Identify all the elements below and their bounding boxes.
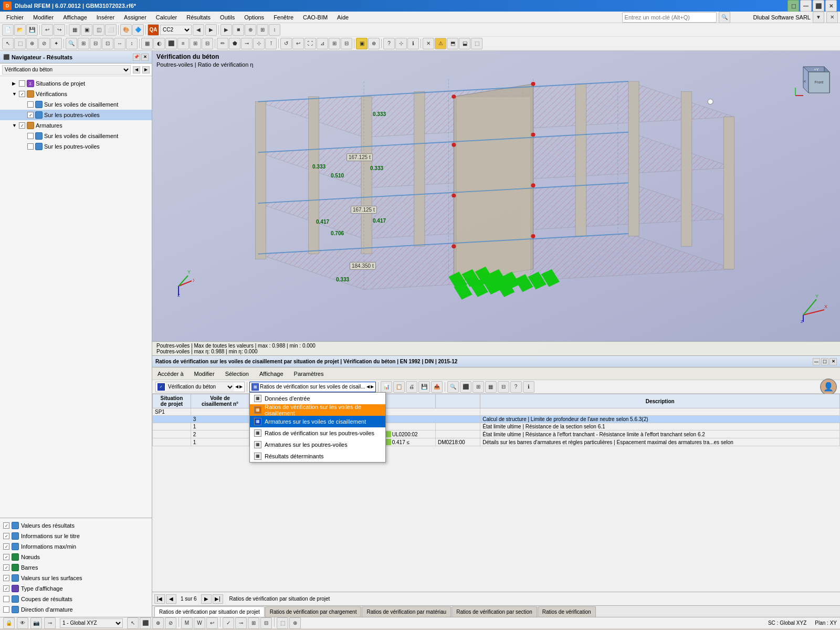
check-noeuds[interactable]: Nœuds [0,552,152,562]
cc-next[interactable]: ▶ [205,24,217,36]
tree-checkbox-ver[interactable] [19,91,25,97]
zoom-btn-4[interactable]: ⊡ [102,38,113,49]
new-btn[interactable]: 📄 [2,24,14,36]
extra-btn-4[interactable]: ⊿ [317,38,328,49]
open-btn[interactable]: 📂 [14,24,26,36]
results-dropdown-next[interactable]: ▶ [371,384,374,389]
menu-fenetre[interactable]: Fenêtre [269,13,298,22]
nav-next-page[interactable]: ▶ [201,594,212,604]
checkbox-noeuds[interactable] [3,554,9,560]
tab-3[interactable]: Ratios de vérification par matériau [362,606,451,617]
misc-btn-1[interactable]: ⬒ [447,38,458,49]
nav-prev-page[interactable]: ◀ [166,594,176,604]
panel-close-btn[interactable]: ✕ [141,54,149,61]
checkbox-valeurs[interactable] [3,522,9,529]
bt-icon-10[interactable]: ⊟ [498,381,509,393]
menu-fichier[interactable]: Fichier [2,13,28,22]
view3d-btn-4[interactable]: ≡ [177,38,189,49]
tree-item-armatures[interactable]: ▼ Armatures [0,120,152,131]
zoom-btn-3[interactable]: ⊟ [90,38,101,49]
nav-btn-b[interactable]: ◾ [233,24,244,36]
view3d-btn-5[interactable]: ⊞ [190,38,201,49]
module-dropdown[interactable]: Vérification du béton [166,383,234,391]
menu-assigner[interactable]: Assigner [120,13,151,22]
tree-item-arm-poutres[interactable]: Sur les poutres-voiles [0,141,152,152]
search-button[interactable]: 🔍 [719,12,730,23]
panel-pin-btn[interactable]: 📌 [133,54,140,61]
panel-min-btn[interactable]: — [813,358,820,365]
view3d-btn-3[interactable]: ⬛ [165,38,177,49]
warn-btn[interactable]: ⚠ [435,38,446,49]
extra-btn-3[interactable]: ⛶ [304,38,316,49]
checkbox-barres[interactable] [3,564,9,571]
bt-icon-4[interactable]: 💾 [418,381,430,393]
check-infos-titre[interactable]: Informations sur le titre [0,531,152,541]
st-btn-12[interactable]: ⬚ [277,617,288,629]
menu-outils[interactable]: Outils [216,13,239,22]
tool-btn-1[interactable]: ✏ [217,38,228,49]
dd-ratios-poutres[interactable]: ▦ Ratios de vérification sur les poutres… [250,427,385,439]
sel-btn-4[interactable]: ⊘ [38,38,50,49]
checkbox-infos-max[interactable] [3,543,9,550]
tree-item-arm-voiles[interactable]: Sur les voiles de cisaillement [0,131,152,141]
tree-checkbox-ver-poutres[interactable] [27,112,34,118]
nav-first[interactable]: |◀ [154,594,165,604]
extra-btn-1[interactable]: ↺ [280,38,292,49]
del-btn[interactable]: ✕ [423,38,434,49]
check-coupes[interactable]: Coupes de résultats [0,594,152,604]
measure-btn[interactable]: ⊹ [395,38,407,49]
check-type-affichage[interactable]: Type d'affichage [0,583,152,594]
close-btn[interactable]: ✕ [825,0,837,12]
st-btn-10[interactable]: ⊞ [248,617,259,629]
menu-aide[interactable]: Aide [333,13,353,22]
nav-module-dropdown[interactable]: Vérification du béton [2,65,131,75]
search-input[interactable] [622,12,717,23]
tool-btn-4[interactable]: ⊹ [253,38,265,49]
st-btn-5[interactable]: M [181,617,193,629]
check-direction-armature[interactable]: Direction d'armature [0,604,152,615]
tab-4[interactable]: Ratios de vérification par section [452,606,537,617]
redo-btn[interactable]: ↪ [54,24,65,36]
nav-btn-d[interactable]: ⊞ [257,24,268,36]
checkbox-valeurs-surf[interactable] [3,575,9,581]
st-btn-2[interactable]: ⬛ [140,617,151,629]
tree-item-situations[interactable]: ▶ Σ Situations de projet [0,78,152,89]
st-btn-3[interactable]: ⊕ [152,617,164,629]
coordinate-system-dropdown[interactable]: 1 - Global XYZ [60,618,123,628]
st-btn-1[interactable]: ↖ [127,617,139,629]
zoom-btn-5[interactable]: ↔ [114,38,125,49]
dd-armatures-voiles[interactable]: ▦ Armatures sur les voiles de cisailleme… [250,416,385,427]
menu-modifier[interactable]: Modifier [29,13,58,22]
undo-btn[interactable]: ↩ [41,24,53,36]
check-infos-max[interactable]: Informations max/min [0,541,152,552]
menu-affichage[interactable]: Affichage [59,13,91,22]
tool-btn-3[interactable]: ⊸ [241,38,253,49]
tab-5[interactable]: Ratios de vérification [538,606,596,617]
view3d-btn-6[interactable]: ⊟ [202,38,213,49]
tree-item-ver-poutres[interactable]: Sur les poutres-voiles [0,110,152,120]
menu-calculer[interactable]: Calculer [152,13,181,22]
extra-btn-6[interactable]: ⊟ [341,38,352,49]
minimize-btn[interactable]: ⬛ [813,0,824,12]
tree-checkbox-ver-voiles[interactable] [27,101,34,108]
bt-icon-1[interactable]: 📊 [381,381,392,393]
checkbox-infos-titre[interactable] [3,533,9,539]
view-btn-1[interactable]: ▦ [69,24,80,36]
main-close-btn[interactable]: ✕ [826,12,838,23]
misc-btn-2[interactable]: ⬓ [459,38,470,49]
sel-btn-2[interactable]: ⬚ [14,38,26,49]
menu-inserer[interactable]: Insérer [92,13,119,22]
info-btn[interactable]: ℹ [407,38,419,49]
st-btn-4[interactable]: ⊘ [165,617,176,629]
zoom-btn-2[interactable]: ⊞ [78,38,89,49]
cube-navigator[interactable]: +Y Front -X [793,56,835,98]
bt-icon-11[interactable]: ? [510,381,522,393]
nav-next-btn[interactable]: ▶ [142,66,150,74]
panel-restore-btn[interactable]: ⬚ [821,358,828,365]
module-next[interactable]: ▶ [239,384,243,389]
nav-last[interactable]: ▶| [213,594,223,604]
status-cam-btn[interactable]: 📷 [30,617,42,629]
sel-btn-1[interactable]: ↖ [2,38,14,49]
bt-icon-9[interactable]: ▦ [485,381,497,393]
checkbox-type-affichage[interactable] [3,585,9,592]
